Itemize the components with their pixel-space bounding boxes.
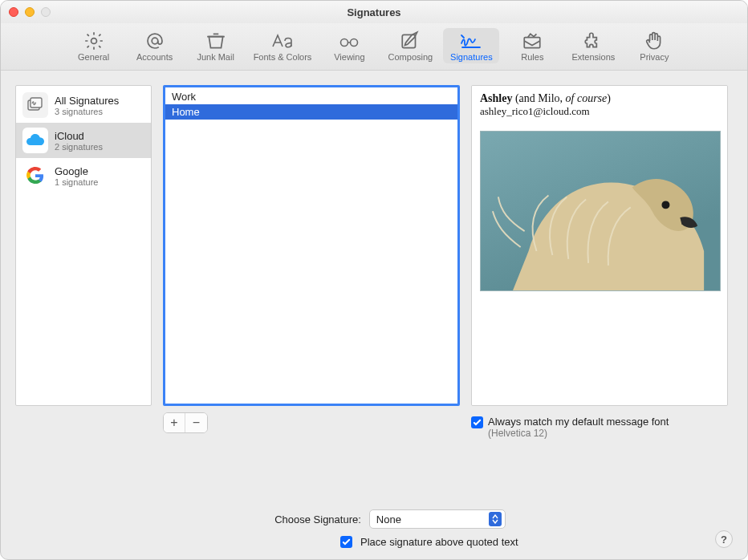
signatures-stack-icon xyxy=(22,92,48,118)
select-arrows-icon xyxy=(489,512,502,526)
place-above-label: Place signature above quoted text xyxy=(360,536,518,548)
tab-accounts[interactable]: Accounts xyxy=(127,28,183,63)
tab-junk-mail[interactable]: Junk Mail xyxy=(188,28,244,63)
tab-label: Accounts xyxy=(136,52,173,62)
signature-list-column: Work Home + − xyxy=(163,85,460,497)
icloud-icon xyxy=(22,128,48,153)
at-icon xyxy=(143,30,167,51)
add-remove-buttons: + − xyxy=(163,412,208,433)
choose-signature-row: Choose Signature: None xyxy=(47,509,733,529)
signature-name-italic: of course xyxy=(566,92,608,104)
rules-icon xyxy=(520,30,544,51)
svg-point-8 xyxy=(661,201,669,209)
place-above-row[interactable]: Place signature above quoted text xyxy=(15,535,733,548)
content-area: All Signatures 3 signatures iCloud 2 sig… xyxy=(1,71,747,503)
footer: Choose Signature: None Place signature a… xyxy=(1,503,747,559)
tab-label: Extensions xyxy=(571,52,615,62)
preferences-toolbar: General Accounts Junk Mail Fonts & Color… xyxy=(1,23,747,71)
trash-icon xyxy=(204,30,228,51)
svg-point-1 xyxy=(152,38,158,44)
choose-signature-value: None xyxy=(376,513,401,526)
gear-icon xyxy=(82,30,106,51)
match-font-label: Always match my default message font xyxy=(488,416,669,428)
puzzle-icon xyxy=(581,30,605,51)
account-title: iCloud xyxy=(55,130,103,142)
match-font-option[interactable]: Always match my default message font (He… xyxy=(471,416,728,439)
account-google[interactable]: Google 1 signature xyxy=(16,158,151,193)
svg-point-0 xyxy=(91,39,96,44)
tab-label: Composing xyxy=(388,52,433,62)
signature-name-rest: (and Milo, xyxy=(512,92,565,104)
tab-general[interactable]: General xyxy=(66,28,122,63)
match-font-sublabel: (Helvetica 12) xyxy=(488,428,669,439)
google-icon xyxy=(22,163,48,189)
choose-signature-select[interactable]: None xyxy=(369,509,506,529)
account-all-signatures[interactable]: All Signatures 3 signatures xyxy=(16,87,151,123)
remove-signature-button[interactable]: − xyxy=(185,413,207,432)
tab-label: Rules xyxy=(521,52,543,62)
tab-label: General xyxy=(78,52,109,62)
add-signature-button[interactable]: + xyxy=(164,413,185,432)
hand-icon xyxy=(642,30,666,51)
accounts-list[interactable]: All Signatures 3 signatures iCloud 2 sig… xyxy=(15,85,152,406)
match-font-checkbox[interactable] xyxy=(471,416,483,428)
tab-label: Privacy xyxy=(640,52,669,62)
signature-item-work[interactable]: Work xyxy=(165,89,457,104)
tab-label: Junk Mail xyxy=(197,52,234,62)
compose-icon xyxy=(398,30,422,51)
fonts-icon xyxy=(270,30,295,51)
account-title: Google xyxy=(55,165,98,177)
signature-list[interactable]: Work Home xyxy=(163,85,460,406)
tab-rules[interactable]: Rules xyxy=(504,28,560,63)
window-title: Signatures xyxy=(1,6,747,18)
signature-name-bold: Ashley xyxy=(480,92,512,104)
signature-email: ashley_rico1@icloud.com xyxy=(480,105,719,118)
svg-point-3 xyxy=(351,39,358,47)
account-subtitle: 1 signature xyxy=(55,177,98,187)
tab-composing[interactable]: Composing xyxy=(382,28,438,63)
account-subtitle: 3 signatures xyxy=(55,107,119,116)
tab-fonts-colors[interactable]: Fonts & Colors xyxy=(249,28,317,63)
tab-privacy[interactable]: Privacy xyxy=(626,28,682,63)
choose-signature-label: Choose Signature: xyxy=(274,513,361,526)
signature-icon xyxy=(459,30,483,51)
place-above-checkbox[interactable] xyxy=(340,536,352,548)
signature-name-line: Ashley (and Milo, of course) xyxy=(480,92,719,105)
tab-viewing[interactable]: Viewing xyxy=(321,28,377,63)
signature-name-tail: ) xyxy=(607,92,611,104)
preferences-window: Signatures General Accounts Junk Mail F xyxy=(0,0,748,560)
account-title: All Signatures xyxy=(55,95,119,107)
tab-label: Viewing xyxy=(334,52,364,62)
account-icloud[interactable]: iCloud 2 signatures xyxy=(16,123,151,158)
tab-label: Fonts & Colors xyxy=(254,52,312,62)
svg-point-2 xyxy=(341,39,348,47)
titlebar: Signatures xyxy=(1,1,747,23)
preview-column: Ashley (and Milo, of course) ashley_rico… xyxy=(471,85,728,497)
signature-preview[interactable]: Ashley (and Milo, of course) ashley_rico… xyxy=(471,85,728,406)
account-subtitle: 2 signatures xyxy=(55,142,103,152)
tab-extensions[interactable]: Extensions xyxy=(565,28,621,63)
signature-item-home[interactable]: Home xyxy=(165,104,457,120)
help-button[interactable]: ? xyxy=(715,530,733,548)
tab-label: Signatures xyxy=(450,52,493,62)
tab-signatures[interactable]: Signatures xyxy=(443,28,499,63)
glasses-icon xyxy=(337,30,361,51)
signature-image xyxy=(480,131,721,291)
